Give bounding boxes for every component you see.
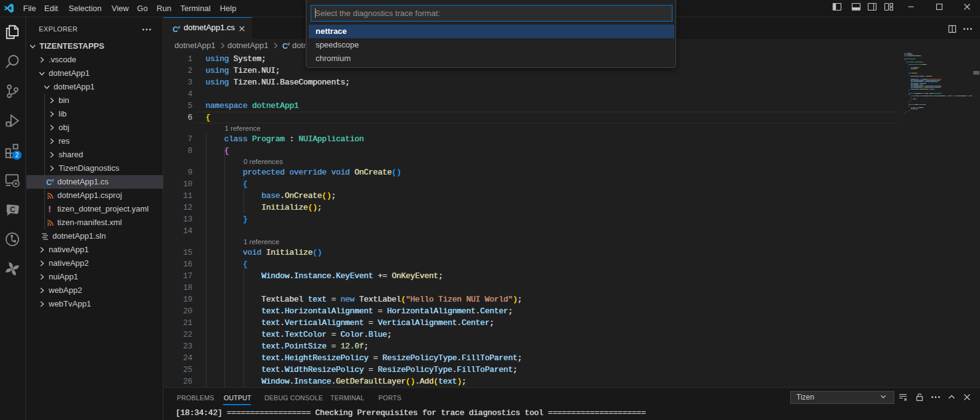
svg-text:#: # bbox=[178, 25, 181, 30]
svg-text:C: C bbox=[10, 205, 15, 214]
svg-text:#: # bbox=[288, 42, 290, 46]
svg-text:#: # bbox=[52, 178, 54, 183]
